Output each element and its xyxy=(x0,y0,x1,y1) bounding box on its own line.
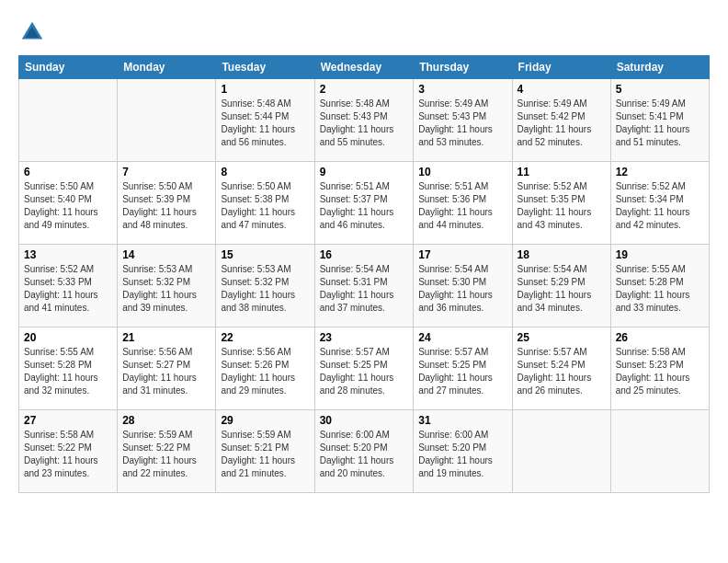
day-number: 21 xyxy=(122,331,210,344)
calendar-body: 1Sunrise: 5:48 AM Sunset: 5:44 PM Daylig… xyxy=(19,79,710,493)
day-cell xyxy=(19,79,118,162)
header-row: SundayMondayTuesdayWednesdayThursdayFrid… xyxy=(19,56,710,79)
day-cell: 28Sunrise: 5:59 AM Sunset: 5:22 PM Dayli… xyxy=(118,410,216,493)
day-info: Sunrise: 5:49 AM Sunset: 5:43 PM Dayligh… xyxy=(418,98,506,149)
day-number: 28 xyxy=(122,414,210,427)
day-info: Sunrise: 5:48 AM Sunset: 5:44 PM Dayligh… xyxy=(221,98,309,149)
day-info: Sunrise: 6:00 AM Sunset: 5:20 PM Dayligh… xyxy=(320,429,409,480)
day-number: 24 xyxy=(418,331,506,344)
day-info: Sunrise: 5:55 AM Sunset: 5:28 PM Dayligh… xyxy=(616,263,704,315)
day-number: 26 xyxy=(616,331,704,344)
day-cell: 31Sunrise: 6:00 AM Sunset: 5:20 PM Dayli… xyxy=(414,410,512,493)
day-cell: 11Sunrise: 5:52 AM Sunset: 5:35 PM Dayli… xyxy=(512,162,610,245)
header-cell-saturday: Saturday xyxy=(610,56,709,79)
day-cell: 18Sunrise: 5:54 AM Sunset: 5:29 PM Dayli… xyxy=(512,245,610,327)
day-number: 30 xyxy=(320,414,409,427)
day-number: 22 xyxy=(221,331,309,344)
day-info: Sunrise: 5:49 AM Sunset: 5:42 PM Dayligh… xyxy=(518,98,606,149)
day-info: Sunrise: 5:58 AM Sunset: 5:23 PM Dayligh… xyxy=(616,346,704,397)
day-number: 8 xyxy=(221,166,309,178)
day-info: Sunrise: 5:49 AM Sunset: 5:41 PM Dayligh… xyxy=(616,98,704,149)
day-cell: 1Sunrise: 5:48 AM Sunset: 5:44 PM Daylig… xyxy=(216,79,314,162)
day-info: Sunrise: 5:56 AM Sunset: 5:27 PM Dayligh… xyxy=(122,346,210,397)
day-info: Sunrise: 5:57 AM Sunset: 5:24 PM Dayligh… xyxy=(518,346,606,397)
day-cell xyxy=(512,410,610,493)
day-number: 20 xyxy=(24,331,112,344)
day-cell: 20Sunrise: 5:55 AM Sunset: 5:28 PM Dayli… xyxy=(19,327,118,410)
day-cell: 9Sunrise: 5:51 AM Sunset: 5:37 PM Daylig… xyxy=(314,162,414,245)
day-info: Sunrise: 5:53 AM Sunset: 5:32 PM Dayligh… xyxy=(122,263,210,315)
header-cell-friday: Friday xyxy=(512,56,610,79)
day-number: 10 xyxy=(418,166,506,178)
day-number: 11 xyxy=(518,166,606,178)
header-cell-thursday: Thursday xyxy=(414,56,512,79)
day-cell: 22Sunrise: 5:56 AM Sunset: 5:26 PM Dayli… xyxy=(216,327,314,410)
day-cell xyxy=(118,79,216,162)
day-number: 15 xyxy=(221,248,309,261)
day-cell: 21Sunrise: 5:56 AM Sunset: 5:27 PM Dayli… xyxy=(118,327,216,410)
day-cell: 4Sunrise: 5:49 AM Sunset: 5:42 PM Daylig… xyxy=(512,79,610,162)
calendar-header: SundayMondayTuesdayWednesdayThursdayFrid… xyxy=(19,56,710,79)
logo-icon xyxy=(18,18,46,46)
day-info: Sunrise: 5:52 AM Sunset: 5:34 PM Dayligh… xyxy=(616,180,704,232)
day-info: Sunrise: 5:57 AM Sunset: 5:25 PM Dayligh… xyxy=(320,346,409,397)
day-number: 23 xyxy=(320,331,409,344)
day-cell: 23Sunrise: 5:57 AM Sunset: 5:25 PM Dayli… xyxy=(314,327,414,410)
header-cell-sunday: Sunday xyxy=(19,56,118,79)
week-row-3: 13Sunrise: 5:52 AM Sunset: 5:33 PM Dayli… xyxy=(19,245,710,327)
day-cell: 8Sunrise: 5:50 AM Sunset: 5:38 PM Daylig… xyxy=(216,162,314,245)
day-cell: 27Sunrise: 5:58 AM Sunset: 5:22 PM Dayli… xyxy=(19,410,118,493)
day-number: 2 xyxy=(320,83,409,96)
day-cell: 24Sunrise: 5:57 AM Sunset: 5:25 PM Dayli… xyxy=(414,327,512,410)
day-cell: 25Sunrise: 5:57 AM Sunset: 5:24 PM Dayli… xyxy=(512,327,610,410)
day-cell: 16Sunrise: 5:54 AM Sunset: 5:31 PM Dayli… xyxy=(314,245,414,327)
calendar-table: SundayMondayTuesdayWednesdayThursdayFrid… xyxy=(18,55,710,493)
day-cell: 3Sunrise: 5:49 AM Sunset: 5:43 PM Daylig… xyxy=(414,79,512,162)
day-info: Sunrise: 5:50 AM Sunset: 5:39 PM Dayligh… xyxy=(122,180,210,232)
day-number: 14 xyxy=(122,248,210,261)
day-cell xyxy=(610,410,709,493)
logo xyxy=(18,18,50,46)
day-cell: 13Sunrise: 5:52 AM Sunset: 5:33 PM Dayli… xyxy=(19,245,118,327)
day-info: Sunrise: 5:58 AM Sunset: 5:22 PM Dayligh… xyxy=(24,429,112,480)
day-cell: 26Sunrise: 5:58 AM Sunset: 5:23 PM Dayli… xyxy=(610,327,709,410)
week-row-1: 1Sunrise: 5:48 AM Sunset: 5:44 PM Daylig… xyxy=(19,79,710,162)
day-info: Sunrise: 5:59 AM Sunset: 5:21 PM Dayligh… xyxy=(221,429,309,480)
week-row-5: 27Sunrise: 5:58 AM Sunset: 5:22 PM Dayli… xyxy=(19,410,710,493)
day-info: Sunrise: 5:54 AM Sunset: 5:29 PM Dayligh… xyxy=(518,263,606,315)
day-cell: 7Sunrise: 5:50 AM Sunset: 5:39 PM Daylig… xyxy=(118,162,216,245)
day-info: Sunrise: 5:50 AM Sunset: 5:38 PM Dayligh… xyxy=(221,180,309,232)
day-number: 6 xyxy=(24,166,112,178)
day-info: Sunrise: 5:51 AM Sunset: 5:37 PM Dayligh… xyxy=(320,180,409,232)
day-info: Sunrise: 6:00 AM Sunset: 5:20 PM Dayligh… xyxy=(418,429,506,480)
day-number: 27 xyxy=(24,414,112,427)
day-cell: 17Sunrise: 5:54 AM Sunset: 5:30 PM Dayli… xyxy=(414,245,512,327)
day-info: Sunrise: 5:48 AM Sunset: 5:43 PM Dayligh… xyxy=(320,98,409,149)
day-number: 9 xyxy=(320,166,409,178)
day-info: Sunrise: 5:57 AM Sunset: 5:25 PM Dayligh… xyxy=(418,346,506,397)
day-cell: 5Sunrise: 5:49 AM Sunset: 5:41 PM Daylig… xyxy=(610,79,709,162)
day-cell: 2Sunrise: 5:48 AM Sunset: 5:43 PM Daylig… xyxy=(314,79,414,162)
day-number: 18 xyxy=(518,248,606,261)
day-info: Sunrise: 5:59 AM Sunset: 5:22 PM Dayligh… xyxy=(122,429,210,480)
day-info: Sunrise: 5:55 AM Sunset: 5:28 PM Dayligh… xyxy=(24,346,112,397)
day-number: 25 xyxy=(518,331,606,344)
day-cell: 10Sunrise: 5:51 AM Sunset: 5:36 PM Dayli… xyxy=(414,162,512,245)
day-number: 4 xyxy=(518,83,606,96)
day-number: 7 xyxy=(122,166,210,178)
day-cell: 15Sunrise: 5:53 AM Sunset: 5:32 PM Dayli… xyxy=(216,245,314,327)
day-cell: 12Sunrise: 5:52 AM Sunset: 5:34 PM Dayli… xyxy=(610,162,709,245)
day-number: 13 xyxy=(24,248,112,261)
header-cell-wednesday: Wednesday xyxy=(314,56,414,79)
day-info: Sunrise: 5:52 AM Sunset: 5:33 PM Dayligh… xyxy=(24,263,112,315)
header-cell-monday: Monday xyxy=(118,56,216,79)
day-number: 29 xyxy=(221,414,309,427)
day-info: Sunrise: 5:53 AM Sunset: 5:32 PM Dayligh… xyxy=(221,263,309,315)
day-number: 19 xyxy=(616,248,704,261)
day-number: 3 xyxy=(418,83,506,96)
day-cell: 14Sunrise: 5:53 AM Sunset: 5:32 PM Dayli… xyxy=(118,245,216,327)
day-info: Sunrise: 5:52 AM Sunset: 5:35 PM Dayligh… xyxy=(518,180,606,232)
week-row-2: 6Sunrise: 5:50 AM Sunset: 5:40 PM Daylig… xyxy=(19,162,710,245)
day-number: 1 xyxy=(221,83,309,96)
day-cell: 30Sunrise: 6:00 AM Sunset: 5:20 PM Dayli… xyxy=(314,410,414,493)
